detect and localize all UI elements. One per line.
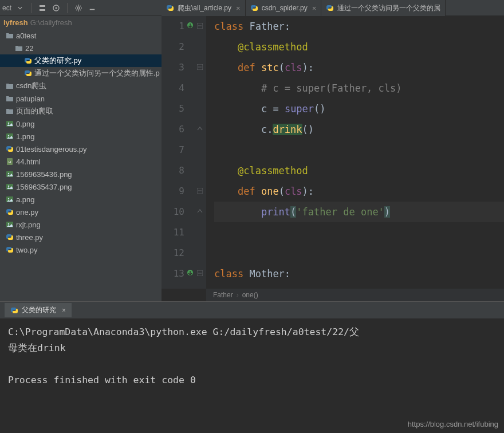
code-line[interactable]: # c = super(Father, cls) (214, 78, 504, 99)
code-line[interactable]: def stc(cls): (214, 57, 504, 78)
code-line[interactable] (214, 140, 504, 160)
fold-icon[interactable] (197, 126, 204, 133)
project-root[interactable]: lyfresh G:\dailyfresh (0, 16, 162, 29)
close-icon[interactable]: × (236, 4, 241, 13)
tree-row[interactable]: 0.png (0, 117, 162, 130)
gutter-line[interactable]: 12 (162, 243, 184, 263)
image-icon (6, 120, 14, 128)
tree-label: csdn爬虫 (16, 81, 46, 91)
tree-row[interactable]: patupian (0, 92, 162, 105)
python-icon (6, 233, 14, 241)
code-line[interactable]: print('father de one') (214, 202, 504, 222)
gutter-line[interactable]: 9 (162, 181, 184, 202)
project-tree: lyfresh G:\dailyfresh a0test22父类的研究.py通过… (0, 16, 162, 301)
breadcrumb[interactable]: Father › one() (206, 289, 504, 301)
run-tab[interactable]: 父类的研究 × (5, 303, 72, 317)
editor-tabs: 爬虫\all_article.py×csdn_spider.py×通过一个父类访… (162, 0, 446, 16)
tree-row[interactable]: 22 (0, 42, 162, 54)
implement-icon[interactable] (187, 22, 195, 30)
fold-icon[interactable] (197, 64, 204, 71)
code-line[interactable] (214, 222, 504, 243)
collapse-icon[interactable] (37, 3, 48, 13)
run-output[interactable]: C:\ProgramData\Anaconda3\python.exe G:/d… (0, 318, 504, 433)
code-editor[interactable]: 12345678910111213 class Father: @classme… (162, 16, 504, 301)
run-tab-label: 父类的研究 (22, 305, 56, 315)
folder-icon (6, 82, 14, 90)
image-icon (6, 221, 14, 229)
python-icon (6, 246, 14, 254)
editor-tab[interactable]: 爬虫\all_article.py× (162, 0, 246, 16)
tab-label: 通过一个父类访问另一个父类的属 (337, 3, 440, 13)
tree-label: 01testisdangerous.py (16, 145, 87, 153)
folder-icon (6, 107, 14, 115)
tree-row[interactable]: one.py (0, 206, 162, 218)
gutter-line[interactable]: 7 (162, 140, 184, 160)
python-icon (24, 57, 32, 65)
editor-tab[interactable]: csdn_spider.py× (246, 0, 322, 16)
tree-label: patupian (16, 95, 45, 103)
fold-icon[interactable] (197, 270, 204, 277)
project-root-name: lyfresh (3, 18, 28, 27)
close-icon[interactable]: × (62, 306, 66, 314)
tree-row[interactable]: 1569635436.png (0, 168, 162, 180)
tree-label: 22 (25, 44, 33, 53)
breadcrumb-item[interactable]: Father (213, 291, 233, 299)
folder-icon (6, 32, 14, 40)
close-icon[interactable]: × (312, 4, 317, 13)
tree-label: 44.html (16, 158, 41, 166)
tree-row[interactable]: a0test (0, 29, 162, 42)
tree-row[interactable]: csdn爬虫 (0, 80, 162, 92)
code-line[interactable]: class Father: (214, 16, 504, 37)
gutter-line[interactable]: 10 (162, 202, 184, 222)
gutter-line[interactable]: 5 (162, 99, 184, 119)
svg-point-13 (8, 173, 9, 174)
chevron-down-icon[interactable] (15, 3, 25, 13)
code-line[interactable]: @classmethod (214, 37, 504, 57)
tree-row[interactable]: 1569635437.png (0, 180, 162, 193)
code-line[interactable]: c = super() (214, 99, 504, 119)
tree-row[interactable]: rxjt.png (0, 218, 162, 231)
breadcrumb-item[interactable]: one() (242, 291, 258, 299)
fold-icon[interactable] (197, 23, 204, 30)
gear-icon[interactable] (73, 3, 84, 13)
run-tabs: 父类的研究 × (0, 301, 504, 318)
tree-row[interactable]: 页面的爬取 (0, 105, 162, 117)
tree-row[interactable]: 01testisdangerous.py (0, 143, 162, 155)
gutter-line[interactable]: 1 (162, 16, 184, 37)
gutter-line[interactable]: 4 (162, 78, 184, 99)
minimize-icon[interactable] (87, 3, 97, 13)
gutter-line[interactable]: 2 (162, 37, 184, 57)
code-line[interactable]: c.drink() (214, 119, 504, 140)
code-line[interactable]: class Mother: (214, 263, 504, 284)
gutter-line[interactable]: 3 (162, 57, 184, 78)
tree-row[interactable]: H44.html (0, 155, 162, 168)
tree-row[interactable]: 通过一个父类访问另一个父类的属性.p (0, 67, 162, 80)
gutter-line[interactable]: 8 (162, 160, 184, 181)
fold-icon[interactable] (197, 188, 204, 195)
locate-icon[interactable] (51, 3, 61, 13)
fold-icon[interactable] (197, 208, 204, 215)
code-line[interactable]: def one(cls): (214, 181, 504, 202)
tree-row[interactable]: two.py (0, 243, 162, 256)
python-icon (326, 4, 334, 12)
tree-label: 0.png (16, 120, 35, 128)
svg-point-17 (8, 198, 9, 199)
code-line[interactable] (214, 243, 504, 263)
tree-row[interactable]: a.png (0, 193, 162, 206)
code-area[interactable]: class Father: @classmethod def stc(cls):… (206, 16, 504, 289)
gutter-line[interactable]: 6 (162, 119, 184, 140)
code-line[interactable]: @classmethod (214, 160, 504, 181)
editor-tab[interactable]: 通过一个父类访问另一个父类的属 (321, 0, 446, 16)
tree-row[interactable]: 父类的研究.py (0, 54, 162, 67)
svg-point-3 (56, 7, 57, 9)
tree-row[interactable]: 1.png (0, 130, 162, 143)
gutter-line[interactable]: 11 (162, 222, 184, 243)
svg-point-19 (8, 223, 9, 225)
svg-point-15 (8, 186, 9, 187)
svg-rect-1 (40, 9, 45, 11)
implement-icon[interactable] (187, 269, 195, 277)
gutter-line[interactable]: 13 (162, 263, 184, 284)
tree-row[interactable]: three.py (0, 231, 162, 243)
svg-point-7 (8, 123, 9, 124)
tree-label: three.py (16, 233, 43, 242)
